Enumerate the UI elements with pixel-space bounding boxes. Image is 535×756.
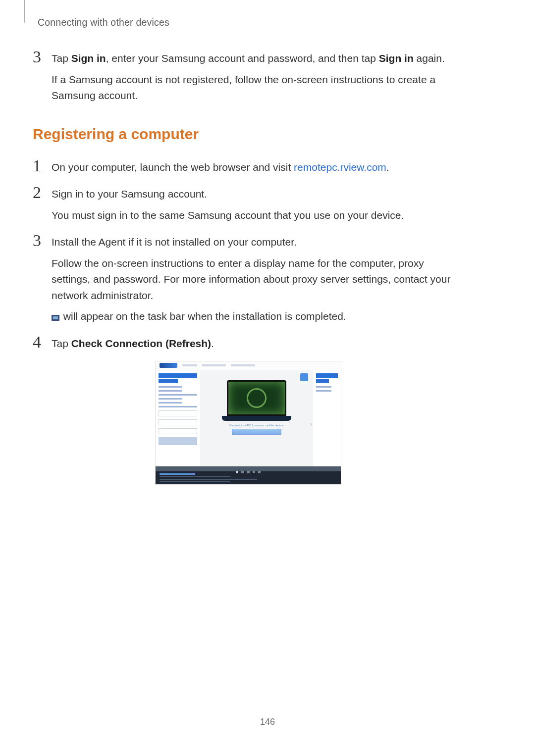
- figure-placeholder-line: [160, 476, 230, 477]
- figure-right-subheader: [316, 379, 329, 383]
- bold-text: Check Connection (Refresh): [71, 338, 211, 349]
- step-body: Tap Check Connection (Refresh).: [52, 334, 214, 352]
- step-iconline: will appear on the task bar when the ins…: [52, 308, 464, 325]
- figure-input-placeholder: [159, 410, 197, 416]
- figure-placeholder-line: [159, 390, 182, 392]
- step-number: 3: [33, 232, 52, 249]
- figure-placeholder-line: [316, 390, 331, 392]
- step-subtext: You must sign in to the same Samsung acc…: [52, 207, 404, 224]
- figure-placeholder-line: [316, 386, 331, 388]
- figure-right-header: [316, 373, 338, 378]
- figure-nav-item: [182, 364, 197, 366]
- step-number: 2: [33, 184, 52, 201]
- dot-icon: [258, 471, 261, 473]
- step-3: 3 Install the Agent if it is not install…: [33, 232, 464, 325]
- text: again.: [414, 52, 445, 64]
- laptop-base-icon: [222, 416, 291, 421]
- page-number: 146: [0, 717, 535, 727]
- figure-right-panel: [313, 370, 341, 466]
- running-header-title: Connecting with other devices: [38, 17, 169, 28]
- step-body: On your computer, launch the web browser…: [52, 157, 389, 176]
- page-margin-rule: [24, 0, 25, 23]
- laptop-icon: [227, 380, 286, 416]
- figure-placeholder-line: [159, 406, 197, 407]
- text: Sign in to your Samsung account.: [52, 188, 207, 200]
- text: , enter your Samsung account and passwor…: [106, 52, 379, 64]
- figure-placeholder-line: [160, 481, 230, 482]
- figure-button-placeholder: [159, 437, 197, 445]
- figure-left-header: [159, 373, 197, 378]
- link-remotepc[interactable]: remotepc.rview.com: [294, 161, 386, 173]
- step-1: 1 On your computer, launch the web brows…: [33, 157, 464, 176]
- step-4: 4 Tap Check Connection (Refresh).: [33, 334, 464, 352]
- figure-check-connection-button: [232, 429, 281, 435]
- figure-footer-header: [160, 473, 195, 475]
- figure-input-placeholder: [159, 428, 197, 434]
- figure-footer: [156, 471, 341, 485]
- step-body: Sign in to your Samsung account. You mus…: [52, 184, 404, 223]
- bold-text: Sign in: [379, 52, 414, 64]
- figure-caption: Connect to a PC from your mobile device.: [229, 424, 284, 427]
- dot-icon: [253, 471, 255, 473]
- figure-placeholder-line: [159, 398, 182, 400]
- step-body: Tap Sign in, enter your Samsung account …: [52, 49, 464, 104]
- dot-icon: [236, 471, 238, 473]
- figure-placeholder-line: [160, 479, 257, 480]
- figure-input-placeholder: [159, 419, 197, 425]
- text: .: [386, 161, 389, 173]
- figure-left-panel: [156, 370, 200, 466]
- step-subtext: Follow the on-screen instructions to ent…: [52, 255, 464, 304]
- screenshot-figure: Connect to a PC from your mobile device.…: [155, 361, 341, 485]
- figure-topbar: [156, 361, 341, 370]
- figure-body: Connect to a PC from your mobile device.…: [156, 370, 341, 466]
- figure-badge-icon: [300, 373, 308, 381]
- text: Tap: [52, 338, 71, 349]
- figure-pagination-dots: [156, 466, 341, 471]
- figure-placeholder-line: [159, 394, 197, 396]
- figure-left-subheader: [159, 379, 178, 383]
- figure-placeholder-line: [159, 402, 182, 403]
- step-number: 1: [33, 157, 52, 174]
- step-body: Install the Agent if it is not installed…: [52, 232, 464, 325]
- figure-center-panel: Connect to a PC from your mobile device.: [200, 370, 313, 466]
- page-content: 3 Tap Sign in, enter your Samsung accoun…: [33, 49, 464, 485]
- dot-icon: [241, 471, 244, 473]
- chevron-right-icon: ›: [310, 421, 312, 428]
- text: On your computer, launch the web browser…: [52, 161, 294, 173]
- step-2: 2 Sign in to your Samsung account. You m…: [33, 184, 464, 223]
- samsung-logo-icon: [160, 363, 177, 368]
- figure-nav-item: [202, 364, 226, 366]
- bold-text: Sign in: [71, 52, 106, 64]
- text: will appear on the task bar when the ins…: [60, 310, 346, 322]
- figure-nav-item: [231, 364, 255, 366]
- step-number: 4: [33, 334, 52, 351]
- step-number: 3: [33, 49, 52, 65]
- dot-icon: [247, 471, 250, 473]
- taskbar-agent-icon: [52, 315, 59, 321]
- text: .: [211, 338, 214, 349]
- text: Tap: [52, 52, 71, 64]
- continuation-step: 3 Tap Sign in, enter your Samsung accoun…: [33, 49, 464, 104]
- step-subtext: If a Samsung account is not registered, …: [52, 72, 464, 104]
- text: Install the Agent if it is not installed…: [52, 236, 297, 248]
- section-heading: Registering a computer: [33, 126, 464, 143]
- figure-placeholder-line: [159, 386, 182, 388]
